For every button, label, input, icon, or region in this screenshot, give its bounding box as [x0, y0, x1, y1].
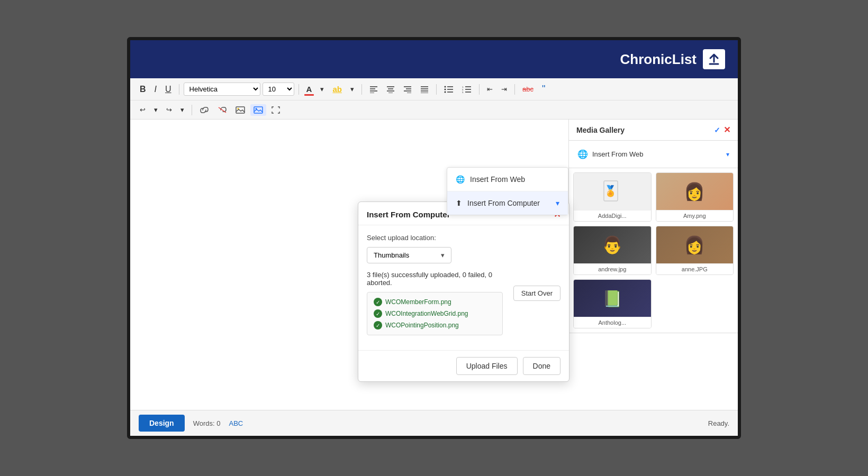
unlink-button[interactable] — [214, 104, 230, 116]
divider-5 — [479, 84, 480, 95]
font-size-select[interactable]: 10 12 14 16 — [263, 83, 294, 96]
header-logo: ChronicList — [620, 49, 725, 69]
submenu-web-label: Insert From Web — [470, 175, 525, 184]
file-check-2: ✓ — [374, 309, 382, 318]
upload-status-row: 3 file(s) successfully uploaded, 0 faile… — [367, 271, 560, 335]
media-button[interactable] — [250, 104, 266, 116]
status-text: Ready. — [708, 419, 729, 427]
dialog-select-row: Thumbnails ▾ — [367, 247, 560, 263]
file-row-1: ✓ WCOMemberForm.png — [374, 298, 496, 306]
design-button[interactable]: Design — [139, 415, 185, 432]
align-left-button[interactable] — [366, 84, 381, 95]
font-family-select[interactable]: Helvetica Arial Times New Roman — [184, 83, 260, 96]
file-name-2: WCOIntegrationWebGrid.png — [385, 310, 468, 317]
align-center-button[interactable] — [383, 84, 398, 95]
submenu-computer-arrow: ▾ — [556, 199, 559, 207]
editor-body: Media Gallery ✓ ✕ 🌐 Insert From Web ▾ 🏅 — [130, 120, 738, 410]
dropdown-arrow-icon: ▾ — [441, 251, 445, 259]
undo-arrow-button[interactable]: ▾ — [151, 104, 161, 116]
submenu-insert-web[interactable]: 🌐 Insert From Web — [447, 168, 568, 191]
status-bar: Design Words: 0 ABC Ready. — [130, 410, 738, 436]
insert-from-computer-submenu: 🌐 Insert From Web ⬆ Insert From Computer… — [447, 167, 568, 215]
redo-arrow-button[interactable]: ▾ — [177, 104, 187, 116]
dialog-body: Select upload location: Thumbnails ▾ 3 f… — [358, 225, 569, 350]
submenu-computer-label: Insert From Computer — [467, 199, 540, 207]
file-name-3: WCOPointingPosition.png — [385, 322, 459, 329]
word-count: Words: 0 — [193, 419, 221, 427]
header-upload-icon — [703, 49, 725, 69]
svg-text:3.: 3. — [462, 91, 464, 93]
unordered-list-button[interactable] — [441, 84, 457, 95]
toolbar-row-2: ↩ ▾ ↪ ▾ — [130, 100, 738, 119]
underline-button[interactable]: U — [162, 83, 175, 96]
upload-files-button[interactable]: Upload Files — [456, 357, 518, 375]
highlight-button[interactable]: ab — [329, 83, 345, 96]
dialog-title: Insert From Computer — [367, 210, 450, 219]
redo-button[interactable]: ↪ — [163, 104, 175, 116]
divider-1 — [179, 84, 179, 95]
fullscreen-button[interactable] — [268, 104, 283, 116]
file-check-1: ✓ — [374, 298, 382, 306]
bold-button[interactable]: B — [137, 83, 149, 96]
file-check-3: ✓ — [374, 321, 382, 329]
indent-increase-button[interactable]: ⇥ — [498, 83, 510, 95]
start-over-button[interactable]: Start Over — [513, 286, 560, 301]
uploaded-files-box: ✓ WCOMemberForm.png ✓ WCOIntegrationWebG… — [367, 292, 503, 335]
file-name-1: WCOMemberForm.png — [385, 298, 451, 306]
submenu-web-icon: 🌐 — [456, 175, 465, 184]
align-justify-button[interactable] — [417, 84, 432, 95]
ordered-list-button[interactable]: 1.2.3. — [459, 84, 475, 95]
divider-7 — [192, 105, 192, 115]
font-color-indicator — [304, 94, 314, 96]
svg-point-21 — [444, 91, 446, 93]
dialog-location-label: Select upload location: — [367, 234, 560, 242]
done-button[interactable]: Done — [523, 357, 560, 375]
toolbar-row-1: B I U Helvetica Arial Times New Roman 10… — [130, 78, 738, 100]
header: ChronicList — [130, 40, 738, 78]
svg-line-29 — [219, 107, 226, 113]
file-row-3: ✓ WCOPointingPosition.png — [374, 321, 496, 329]
divider-4 — [436, 84, 437, 95]
undo-button[interactable]: ↩ — [137, 104, 149, 116]
toolbar-area: B I U Helvetica Arial Times New Roman 10… — [130, 78, 738, 120]
image-button[interactable] — [232, 104, 248, 116]
app-frame: ChronicList B I U Helvetica Arial Times … — [127, 37, 741, 439]
upload-status-text: 3 file(s) successfully uploaded, 0 faile… — [367, 271, 503, 287]
divider-2 — [299, 84, 299, 95]
spell-check-icon: ABC — [229, 419, 243, 427]
dialog-location-dropdown[interactable]: Thumbnails ▾ — [367, 247, 451, 263]
link-button[interactable] — [196, 104, 212, 116]
divider-3 — [361, 84, 362, 95]
dialog-overlay: Insert From Computer ✕ Select upload loc… — [130, 120, 738, 410]
svg-rect-30 — [236, 107, 245, 113]
app-title: ChronicList — [620, 51, 697, 68]
quote-button[interactable]: " — [539, 81, 548, 97]
file-row-2: ✓ WCOIntegrationWebGrid.png — [374, 309, 496, 318]
dialog-dropdown-value: Thumbnails — [374, 251, 409, 259]
divider-6 — [514, 84, 515, 95]
submenu-computer-icon: ⬆ — [456, 199, 462, 207]
svg-point-17 — [444, 86, 446, 87]
highlight-arrow[interactable]: ▾ — [347, 83, 357, 95]
svg-rect-32 — [254, 107, 263, 113]
italic-button[interactable]: I — [151, 83, 160, 96]
svg-point-19 — [444, 88, 446, 90]
submenu-insert-computer[interactable]: ⬆ Insert From Computer ▾ — [447, 191, 568, 215]
indent-decrease-button[interactable]: ⇤ — [484, 83, 496, 95]
font-color-button[interactable]: A — [303, 83, 315, 96]
align-right-button[interactable] — [400, 84, 415, 95]
dialog-footer: Upload Files Done — [358, 350, 569, 381]
font-color-arrow[interactable]: ▾ — [317, 83, 327, 95]
strikethrough-button[interactable]: abc — [519, 83, 537, 95]
insert-from-computer-dialog: Insert From Computer ✕ Select upload loc… — [358, 202, 569, 382]
